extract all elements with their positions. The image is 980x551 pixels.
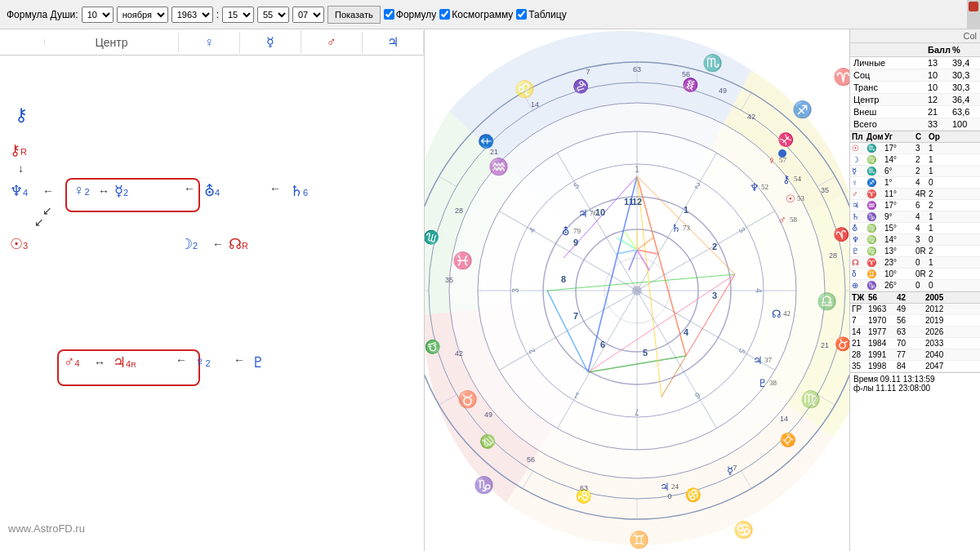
svg-text:9: 9 [573,238,578,247]
svg-text:♀: ♀ [768,154,776,167]
hour-select[interactable]: 15 [222,7,254,23]
svg-text:♃: ♃ [578,207,588,220]
planet-row-mercury: ☿ ♏ 6° 2 1 [850,166,980,177]
svg-text:28: 28 [829,251,837,260]
age-row-7: 7 1970 56 2019 [850,315,980,327]
svg-text:♊: ♊ [629,530,649,549]
svg-text:49: 49 [484,411,492,419]
dash-1: ← [270,182,281,195]
age-row-21: 21 1984 70 2033 [850,338,980,349]
age-table-header: ТЖ 56 42 2005 [850,291,980,304]
sec-select[interactable]: 07 [292,7,324,23]
planet-row-lilith: ⊕ ♑ 26° 0 0 [850,280,980,291]
svg-text:42: 42 [747,113,755,121]
svg-text:35: 35 [821,186,829,194]
left-arrow-3: ↙ [34,216,44,229]
svg-text:☿: ☿ [727,464,733,477]
planet-row-moon: ☽ ♍ 14° 2 1 [850,154,980,166]
svg-text:♍: ♍ [800,389,821,409]
chiron-symbol: ⚷ [15,104,28,126]
age-row-gr: ГР 1963 49 2012 [850,304,980,315]
venus-2b: ♀2 [194,353,211,371]
planet-table-header: Пл Дом Уг С Ор [850,131,980,143]
age-row-28: 28 1991 77 2040 [850,349,980,361]
uranus-4: ⛢4 [204,182,220,200]
svg-text:♆: ♆ [750,181,760,193]
svg-text:♋: ♋ [733,520,754,540]
formula-label: Формула Души: [7,9,78,20]
stats-row-2: Соц 10 30,3 [850,69,980,82]
svg-text:73: 73 [683,224,691,232]
jupiter-4r: ♃4R [113,353,136,371]
left-arrow-5: ← [176,353,187,367]
stats-row-6: Всего 33 100 [850,118,980,131]
svg-text:⚷: ⚷ [782,173,791,185]
cb-cosmo-input[interactable] [439,9,450,20]
svg-text:0: 0 [667,492,671,500]
svg-text:76: 76 [590,209,598,217]
venus-2: ♀2 [74,182,90,199]
down-arrow: ↓ [18,162,24,175]
planet-row-venus: ♀ ♐ 1° 4 0 [850,177,980,189]
year-select[interactable]: 1963 [172,7,213,23]
stats-h-pct: % [952,45,977,55]
svg-text:♒: ♒ [488,157,509,176]
th-mars: ♂ [301,32,363,53]
double-arrow-2: ↔ [94,356,105,369]
th-mercury: ☿ [240,31,301,53]
col-header: Col [850,29,980,43]
stats-row-1: Личные 13 39,4 [850,57,980,69]
planet-row-saturn: ♄ ♑ 9° 4 1 [850,211,980,223]
svg-text:1: 1 [684,205,688,215]
planet-row-pluto: ♇ ♍ 13° 0R 2 [850,246,980,257]
cb-table-input[interactable] [516,9,527,20]
svg-text:2: 2 [712,242,717,251]
planet-row-node: ☊ ♈ 23° 0 1 [850,257,980,269]
th-center: Центр [45,33,179,52]
left-panel: Центр ♀ ☿ ♂ ♃ ⚷ ⚷R ↓ ♆4 ← ♀2 ↔ ☿2 [0,29,425,551]
min-select[interactable]: 55 [257,7,289,23]
svg-text:28: 28 [455,207,463,215]
day-select[interactable]: 10 [82,7,114,23]
footer-time: Время 09.11 13:13:59 ф-лы 11.11 23:08:00 [850,372,980,394]
left-arrow-1: ← [42,184,54,198]
svg-text:4: 4 [754,288,763,293]
svg-text:♐: ♐ [792,100,813,119]
mars-4: ♂4 [64,353,80,371]
svg-text:♌: ♌ [514,79,535,99]
stats-h-score: Балл [928,45,952,55]
svg-text:35: 35 [445,276,453,284]
th-jupiter: ♃ [363,31,424,53]
planet-row-mars: ♂ ♈ 11° 4R 2 [850,189,980,200]
show-button[interactable]: Показать [327,6,381,24]
month-select[interactable]: ноября [117,7,168,23]
svg-point-115 [778,149,786,158]
node-r: ☊R [229,235,248,253]
svg-text:42: 42 [783,309,791,318]
left-arrow-6: ← [234,353,245,367]
svg-text:79: 79 [573,227,581,235]
scrollbar-top[interactable] [967,0,980,29]
svg-text:♄: ♄ [671,222,681,234]
svg-text:7: 7 [635,407,639,416]
svg-text:8: 8 [561,274,566,284]
moon-2: ☽2 [180,235,198,253]
formula-area: ⚷ ⚷R ↓ ♆4 ← ♀2 ↔ ☿2 ← ⛢4 ← ♄6 ↙ ↙ [0,56,425,551]
svg-text:24: 24 [671,482,679,491]
svg-text:49: 49 [719,87,727,95]
stats-row-5: Внеш 21 63,6 [850,106,980,118]
svg-text:♎: ♎ [817,291,837,311]
double-arrow-1: ↔ [98,184,109,198]
svg-text:♉: ♉ [457,389,478,409]
colon-1: : [216,9,219,20]
pluto-symbol: ♇ [252,353,265,371]
left-arrow-4: ← [212,238,224,251]
svg-text:♂: ♂ [778,214,786,226]
mercury-2: ☿2 [114,182,128,200]
planet-row-uranus: ⛢ ♍ 15° 4 1 [850,223,980,234]
cb-formula-input[interactable] [384,9,394,20]
svg-text:♇: ♇ [758,377,768,389]
svg-text:♏: ♏ [702,53,723,73]
stats-row-3: Транс 10 30,3 [850,82,980,94]
svg-text:52: 52 [761,183,768,191]
